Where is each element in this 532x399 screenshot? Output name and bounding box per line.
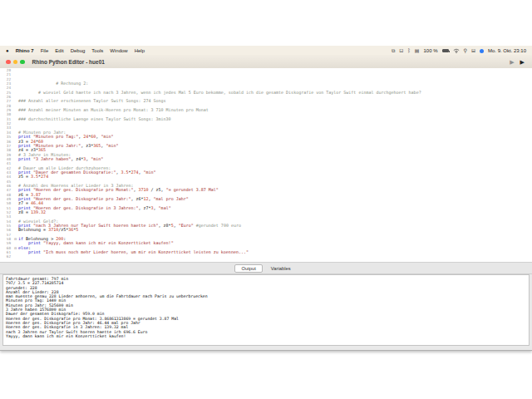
- wifi-icon[interactable]: [453, 48, 460, 54]
- window-titlebar[interactable]: Rhino Python Editor - hue01 ▶▶: [0, 56, 532, 69]
- code-token: , z7*: [139, 206, 151, 210]
- tab-output[interactable]: Output: [234, 264, 262, 273]
- code-token: 274: [131, 170, 138, 175]
- code-token: 365: [93, 144, 101, 148]
- menu-item-debug[interactable]: Debug: [71, 48, 86, 53]
- code-token: #gerundet 700 euro: [196, 224, 241, 228]
- code-token: /z5*: [58, 228, 68, 232]
- output-panel[interactable]: Fahrtdauer gesamt: 797 min797/ 3.5 = 227…: [2, 274, 530, 346]
- code-token: "Hoeren der ges. Diskografie in 3 Jahren…: [33, 206, 138, 210]
- app-grid-icon[interactable]: ⊡: [399, 48, 403, 53]
- traffic-lights: [0, 60, 25, 65]
- spotlight-icon[interactable]: ⚲: [464, 48, 467, 53]
- menu-bar: ● Rhino 7FileEditDebugToolsWindowHelp ⧉⊡…: [0, 46, 532, 56]
- code-token: ### Anzahl meiner Minuten an Musik-Hoere…: [18, 108, 209, 112]
- bluetooth-icon[interactable]: ᛒ: [407, 48, 411, 53]
- code-token: "3 Jahre haben": [33, 157, 71, 161]
- tab-variables[interactable]: Variables: [264, 264, 298, 273]
- code-token: "Yayyy, dann kann ich mir ein Konzerttic…: [43, 241, 174, 245]
- window-title: Rhino Python Editor - hue01: [32, 59, 105, 65]
- run-no-debug-button[interactable]: ▶: [510, 59, 514, 65]
- zoom-button[interactable]: [20, 60, 25, 65]
- menu-item-window[interactable]: Window: [110, 48, 127, 53]
- code-token: "min": [91, 157, 103, 161]
- code-token: "min": [106, 144, 118, 148]
- close-button[interactable]: [6, 60, 11, 65]
- code-token: ### Anzahl aller erschienenen Taylor Swi…: [18, 99, 166, 103]
- menu-item-tools[interactable]: Tools: [91, 48, 103, 53]
- code-token: # wieviel Geld haette ich nach 3 Jahren,…: [18, 91, 421, 95]
- code-token: z8 =: [18, 210, 31, 214]
- code-token: / z5,: [149, 188, 166, 192]
- code-token: 3710: [139, 188, 149, 192]
- code-token: "Euro": [179, 224, 194, 228]
- line-number: 62: [0, 254, 12, 259]
- menu-item-rhino-7[interactable]: Rhino 7: [16, 48, 34, 53]
- code-token: "Ich muss noch mehr Lieder hoeren, um mi…: [43, 250, 249, 254]
- code-token: , z4*: [71, 157, 83, 161]
- menu-item-edit[interactable]: Edit: [55, 48, 63, 53]
- battery-percentage[interactable]: 100 %: [424, 48, 438, 53]
- siri-icon[interactable]: [480, 49, 484, 53]
- minimize-button[interactable]: [13, 60, 18, 65]
- code-token: "= gerundet 3.87 Mal": [166, 188, 219, 192]
- run-debug-button[interactable]: ▶: [520, 59, 525, 65]
- code-token: print: [18, 157, 33, 161]
- output-line: Yayyy, dann kann ich mir ein Konzerttick…: [6, 334, 526, 338]
- panel-tabbar: OutputVariables: [0, 262, 532, 274]
- menu-items: ● Rhino 7FileEditDebugToolsWindowHelp: [6, 48, 145, 53]
- code-token: "min": [101, 135, 113, 139]
- code-area[interactable]: 20212223 # Rechnung 2:2425 # wieviel Gel…: [0, 68, 532, 262]
- code-token: z5 =: [18, 175, 31, 179]
- display-icon[interactable]: ▤: [415, 48, 420, 53]
- code-token: [18, 250, 28, 254]
- code-token: , z8*: [159, 224, 171, 228]
- menu-item-file[interactable]: File: [41, 48, 49, 53]
- code-token: 5: [76, 228, 78, 232]
- code-token: "mal pro Jahr": [154, 197, 189, 201]
- code-token: print: [28, 250, 43, 254]
- code-token: , z6*: [131, 197, 143, 201]
- gutter-spacer: [12, 254, 18, 259]
- code-token: , z3*: [81, 144, 93, 148]
- apple-menu-icon[interactable]: ●: [6, 48, 9, 53]
- code-token: 3710: [48, 228, 58, 232]
- status-items: ⧉⊡ᛒ▤100 %⚲⊟Mo. 9. Okt. 23:10: [392, 48, 526, 54]
- menu-clock[interactable]: Mo. 9. Okt. 23:10: [488, 48, 526, 53]
- code-token: ### durchschnittliche Laenge eines Taylo…: [18, 117, 171, 121]
- code-token: "mal": [159, 206, 171, 210]
- code-line[interactable]: 62: [0, 254, 532, 259]
- code-token: 3.5: [121, 170, 128, 175]
- screen-mirroring-icon[interactable]: ⧉: [392, 48, 395, 53]
- menu-item-help[interactable]: Help: [135, 48, 145, 53]
- code-token: "Hoeren der ges. Diskografie pro Monat:": [33, 188, 133, 192]
- code-token: 139.32: [31, 210, 46, 214]
- run-buttons: ▶▶: [510, 59, 532, 65]
- code-token: "min": [144, 170, 156, 175]
- battery-icon[interactable]: [442, 49, 449, 52]
- rhino-python-editor-window: Rhino Python Editor - hue01 ▶▶ 20212223 …: [0, 56, 532, 351]
- code-token: 274: [41, 175, 48, 179]
- control-center-icon[interactable]: ⊟: [471, 48, 475, 53]
- code-token: Belohnung =: [18, 228, 48, 232]
- code-token: "Hoeren der ges. Diskografie pro Jahr:": [33, 197, 131, 201]
- code-token: 3.5: [31, 175, 38, 179]
- code-token: # Rechnung 2:: [18, 81, 88, 86]
